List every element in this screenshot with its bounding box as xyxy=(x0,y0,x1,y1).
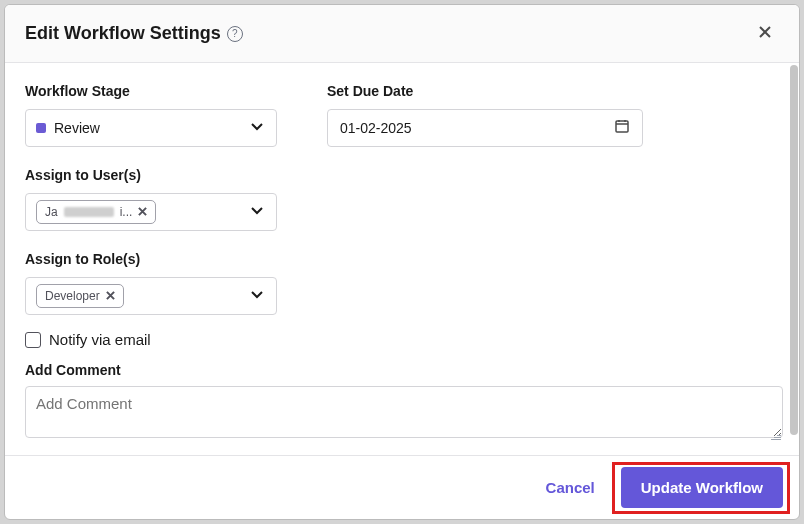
calendar-icon xyxy=(614,118,630,138)
modal-title: Edit Workflow Settings ? xyxy=(25,23,243,44)
resize-handle-icon[interactable] xyxy=(771,435,781,440)
assign-roles-select[interactable]: Developer xyxy=(25,277,277,315)
comment-label: Add Comment xyxy=(25,362,779,378)
role-chip-label: Developer xyxy=(45,289,100,303)
close-icon xyxy=(757,24,773,43)
group-workflow-stage: Workflow Stage Review xyxy=(25,83,277,147)
due-date-value: 01-02-2025 xyxy=(340,120,412,136)
remove-user-chip[interactable] xyxy=(138,205,147,219)
scrollbar-track[interactable] xyxy=(789,63,799,455)
modal-title-text: Edit Workflow Settings xyxy=(25,23,221,44)
group-due-date: Set Due Date 01-02-2025 xyxy=(327,83,643,147)
chevron-down-icon xyxy=(250,119,264,137)
row-stage-date: Workflow Stage Review Set Due Date 01-02… xyxy=(25,83,779,147)
notify-label: Notify via email xyxy=(49,331,151,348)
group-assign-roles: Assign to Role(s) Developer xyxy=(25,251,277,315)
due-date-input[interactable]: 01-02-2025 xyxy=(327,109,643,147)
group-assign-users: Assign to User(s) Jai... xyxy=(25,167,277,231)
notify-checkbox[interactable] xyxy=(25,332,41,348)
assign-users-select[interactable]: Jai... xyxy=(25,193,277,231)
close-button[interactable] xyxy=(751,20,779,48)
chevron-down-icon xyxy=(250,203,264,221)
assign-roles-label: Assign to Role(s) xyxy=(25,251,277,267)
modal-footer: Cancel Update Workflow xyxy=(5,455,799,519)
svg-rect-0 xyxy=(616,121,628,132)
workflow-stage-select[interactable]: Review xyxy=(25,109,277,147)
assign-users-label: Assign to User(s) xyxy=(25,167,277,183)
user-chip-redacted xyxy=(64,207,114,217)
help-icon[interactable]: ? xyxy=(227,26,243,42)
cancel-button[interactable]: Cancel xyxy=(528,469,613,506)
user-chip-prefix: Ja xyxy=(45,205,58,219)
comment-wrap xyxy=(25,386,783,442)
modal-header: Edit Workflow Settings ? xyxy=(5,5,799,63)
modal-body: Workflow Stage Review Set Due Date 01-02… xyxy=(5,63,799,455)
update-workflow-button[interactable]: Update Workflow xyxy=(621,467,783,508)
due-date-label: Set Due Date xyxy=(327,83,643,99)
chevron-down-icon xyxy=(250,287,264,305)
remove-role-chip[interactable] xyxy=(106,289,115,303)
stage-color-swatch xyxy=(36,123,46,133)
workflow-stage-label: Workflow Stage xyxy=(25,83,277,99)
scrollbar-thumb[interactable] xyxy=(790,65,798,435)
user-chip: Jai... xyxy=(36,200,156,224)
role-chip: Developer xyxy=(36,284,124,308)
notify-row: Notify via email xyxy=(25,331,779,348)
workflow-stage-value: Review xyxy=(54,120,100,136)
edit-workflow-modal: Edit Workflow Settings ? Workflow Stage … xyxy=(4,4,800,520)
comment-input[interactable] xyxy=(25,386,783,438)
group-comment: Add Comment xyxy=(25,362,779,442)
user-chip-suffix: i... xyxy=(120,205,133,219)
